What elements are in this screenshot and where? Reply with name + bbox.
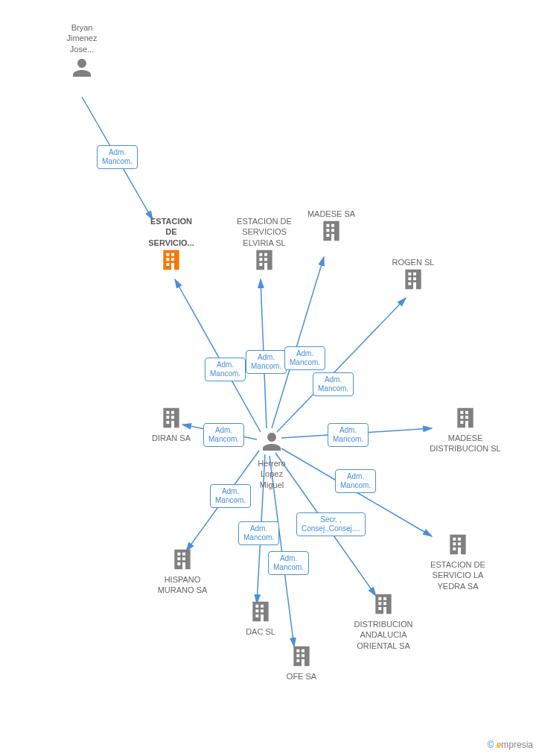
node-label: MADESE SA	[298, 209, 365, 219]
edge-label-herrero-elviria: Adm. Mancom.	[246, 350, 287, 374]
node-herrero[interactable]: Herrero Lopez Miguel	[249, 428, 294, 490]
node-label: OFE SA	[272, 671, 331, 682]
node-label: DISTRIBUCION ANDALUCIA ORIENTAL SA	[342, 619, 424, 651]
node-madese-sa[interactable]: MADESE SA	[298, 209, 365, 246]
person-icon	[68, 54, 95, 81]
node-label: ESTACION DE SERVICIOS ELVIRIA SL	[223, 216, 305, 248]
node-estacion-elviria[interactable]: ESTACION DE SERVICIOS ELVIRIA SL	[223, 216, 305, 275]
edge-label-herrero-madese-sa: Adm. Mancom.	[284, 346, 325, 370]
node-label: ESTACION DE SERVICIO...	[134, 216, 208, 248]
copyright-symbol: ©	[487, 740, 494, 750]
building-icon	[252, 248, 276, 272]
node-ofe[interactable]: OFE SA	[272, 644, 331, 682]
building-icon	[170, 547, 194, 571]
edge-label-herrero-diran: Adm. Mancom.	[203, 423, 244, 447]
node-bryan[interactable]: Bryan Jimenez Jose...	[52, 22, 112, 84]
building-icon	[453, 406, 477, 430]
building-icon	[401, 267, 425, 291]
edge-label-herrero-dac: Adm. Mancom.	[238, 521, 279, 545]
node-distribucion-andalucia[interactable]: DISTRIBUCION ANDALUCIA ORIENTAL SA	[342, 592, 424, 651]
edge-label-bryan-estacion: Adm. Mancom.	[97, 145, 138, 169]
footer-copyright: © empresia	[487, 740, 533, 750]
node-estacion-servicio[interactable]: ESTACION DE SERVICIO...	[134, 216, 208, 275]
edge-label-herrero-ofe: Adm. Mancom.	[268, 551, 309, 575]
svg-line-3	[272, 257, 324, 428]
node-madese-dist[interactable]: MADESE DISTRIBUCION SL	[421, 406, 510, 454]
node-label: ESTACION DE SERVICIO LA YEDRA SA	[417, 559, 499, 591]
edge-label-herrero-yedra: Adm. Mancom.	[335, 469, 376, 493]
node-estacion-yedra[interactable]: ESTACION DE SERVICIO LA YEDRA SA	[417, 533, 499, 591]
brand-rest: mpresia	[501, 740, 533, 750]
node-diran[interactable]: DIRAN SA	[141, 406, 201, 443]
node-label: DIRAN SA	[141, 433, 201, 443]
node-label: DAC SL	[231, 626, 290, 637]
person-icon	[258, 428, 285, 455]
edge-label-herrero-rogen: Adm. Mancom.	[313, 372, 354, 396]
edge-label-herrero-madese-dist: Adm. Mancom.	[328, 423, 369, 447]
node-rogen[interactable]: ROGEN SL	[380, 257, 447, 294]
node-label: Herrero Lopez Miguel	[249, 458, 294, 490]
node-label: Bryan Jimenez Jose...	[52, 22, 112, 54]
building-icon	[446, 533, 470, 556]
edge-label-herrero-hispano: Adm. Mancom.	[210, 484, 251, 508]
building-icon	[319, 219, 343, 243]
building-icon	[372, 592, 395, 616]
node-label: MADESE DISTRIBUCION SL	[421, 433, 510, 454]
edge-label-herrero-estacion: Adm. Mancom.	[205, 358, 246, 381]
building-icon	[159, 248, 183, 272]
node-label: HISPANO MURANO SA	[145, 574, 220, 596]
node-hispano[interactable]: HISPANO MURANO SA	[145, 547, 220, 596]
edge-label-herrero-dist-and: Secr. , Consej.,Consej....	[296, 512, 366, 536]
building-icon	[249, 600, 272, 623]
node-label: ROGEN SL	[380, 257, 447, 267]
building-icon	[159, 406, 183, 430]
node-dac[interactable]: DAC SL	[231, 600, 290, 637]
edges-layer	[0, 0, 542, 756]
building-icon	[290, 644, 313, 668]
